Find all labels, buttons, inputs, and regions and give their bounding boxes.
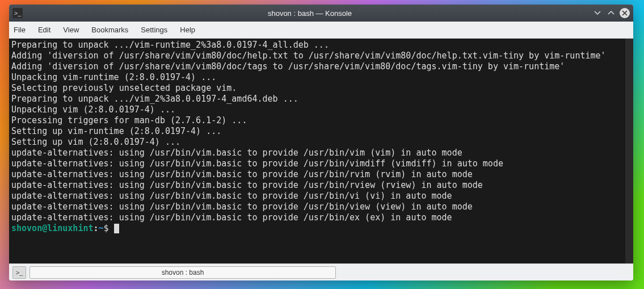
konsole-window: >_ shovon : bash — Konsole File Edit Vie… bbox=[9, 5, 633, 280]
tabbar: >_ shovon : bash bbox=[9, 263, 633, 280]
menu-help[interactable]: Help bbox=[180, 26, 195, 34]
prompt-sep: : bbox=[94, 223, 99, 233]
menu-settings[interactable]: Settings bbox=[141, 26, 167, 34]
menubar: File Edit View Bookmarks Settings Help bbox=[9, 22, 633, 39]
terminal-area: Preparing to unpack .../vim-runtime_2%3a… bbox=[9, 39, 633, 263]
window-title: shovon : bash — Konsole bbox=[27, 9, 592, 18]
maximize-button[interactable] bbox=[606, 8, 616, 18]
menu-file[interactable]: File bbox=[14, 26, 26, 34]
tab-active[interactable]: shovon : bash bbox=[30, 266, 336, 279]
scrollbar[interactable] bbox=[625, 39, 633, 263]
prompt-path: ~ bbox=[99, 223, 104, 233]
terminal-output[interactable]: Preparing to unpack .../vim-runtime_2%3a… bbox=[9, 39, 625, 263]
prompt-user: shovon@linuxhint bbox=[11, 223, 94, 233]
app-icon: >_ bbox=[12, 8, 23, 18]
terminal-cursor bbox=[114, 224, 119, 233]
window-controls bbox=[592, 8, 630, 18]
minimize-button[interactable] bbox=[592, 8, 603, 18]
menu-edit[interactable]: Edit bbox=[38, 26, 50, 34]
menu-view[interactable]: View bbox=[63, 26, 79, 34]
menu-bookmarks[interactable]: Bookmarks bbox=[91, 26, 128, 34]
titlebar[interactable]: >_ shovon : bash — Konsole bbox=[9, 5, 633, 22]
close-button[interactable] bbox=[620, 8, 630, 18]
new-tab-button[interactable]: >_ bbox=[12, 266, 26, 279]
